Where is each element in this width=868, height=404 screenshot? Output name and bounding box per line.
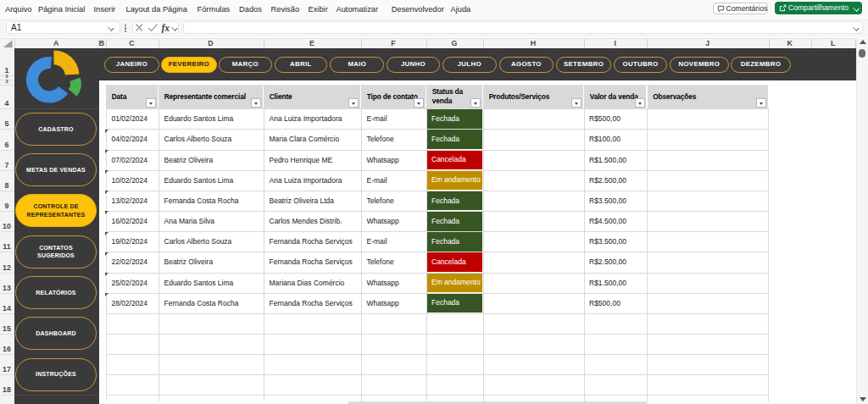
svg-text:fx: fx [162, 23, 170, 33]
